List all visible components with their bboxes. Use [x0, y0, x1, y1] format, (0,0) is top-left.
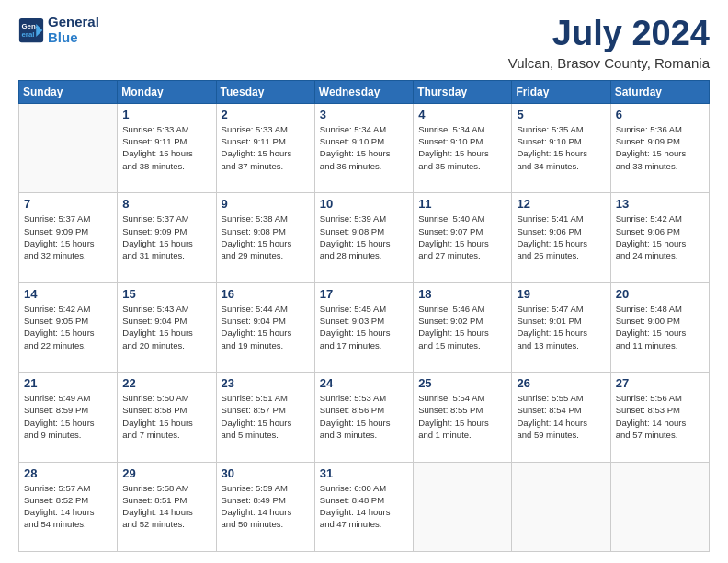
daylight-text-line1: Daylight: 15 hours: [122, 147, 210, 159]
daylight-text-line2: and 9 minutes.: [24, 429, 112, 441]
day-info: Sunrise: 5:58 AMSunset: 8:51 PMDaylight:…: [122, 482, 210, 531]
day-number: 3: [320, 108, 408, 121]
calendar-cell: 5Sunrise: 5:35 AMSunset: 9:10 PMDaylight…: [512, 103, 610, 192]
daylight-text-line1: Daylight: 15 hours: [222, 327, 310, 339]
sunrise-text: Sunrise: 5:41 AM: [517, 213, 605, 224]
sunrise-text: Sunrise: 5:33 AM: [122, 123, 210, 135]
daylight-text-line2: and 50 minutes.: [222, 518, 310, 530]
page: Gen- eral General Blue July 2024 Vulcan,…: [0, 0, 728, 563]
daylight-text-line1: Daylight: 15 hours: [24, 237, 112, 249]
sunrise-text: Sunrise: 5:56 AM: [616, 392, 704, 404]
calendar-cell: 31Sunrise: 6:00 AMSunset: 8:48 PMDayligh…: [314, 462, 413, 551]
day-info: Sunrise: 5:42 AMSunset: 9:06 PMDaylight:…: [616, 213, 704, 261]
daylight-text-line2: and 57 minutes.: [616, 429, 704, 441]
sunset-text: Sunset: 8:59 PM: [24, 404, 112, 416]
daylight-text-line2: and 3 minutes.: [320, 429, 408, 441]
calendar-cell: [512, 462, 610, 551]
calendar-cell: 18Sunrise: 5:46 AMSunset: 9:02 PMDayligh…: [414, 282, 512, 372]
daylight-text-line1: Daylight: 15 hours: [24, 417, 112, 429]
daylight-text-line1: Daylight: 15 hours: [122, 327, 210, 339]
day-number: 23: [222, 376, 310, 390]
sunset-text: Sunset: 9:11 PM: [122, 135, 210, 147]
daylight-text-line1: Daylight: 15 hours: [222, 147, 310, 159]
day-info: Sunrise: 5:37 AMSunset: 9:09 PMDaylight:…: [24, 213, 112, 261]
calendar-cell: 8Sunrise: 5:37 AMSunset: 9:09 PMDaylight…: [118, 193, 216, 282]
calendar-cell: 15Sunrise: 5:43 AMSunset: 9:04 PMDayligh…: [118, 282, 216, 372]
calendar-week-row: 21Sunrise: 5:49 AMSunset: 8:59 PMDayligh…: [19, 373, 710, 462]
calendar-week-row: 14Sunrise: 5:42 AMSunset: 9:05 PMDayligh…: [19, 282, 710, 372]
day-info: Sunrise: 5:54 AMSunset: 8:55 PMDaylight:…: [418, 392, 506, 441]
daylight-text-line2: and 38 minutes.: [122, 160, 210, 172]
day-number: 10: [320, 197, 408, 211]
calendar-cell: 24Sunrise: 5:53 AMSunset: 8:56 PMDayligh…: [314, 373, 413, 462]
day-info: Sunrise: 5:56 AMSunset: 8:53 PMDaylight:…: [616, 392, 704, 441]
day-info: Sunrise: 5:46 AMSunset: 9:02 PMDaylight:…: [418, 303, 506, 351]
location: Vulcan, Brasov County, Romania: [508, 55, 710, 71]
calendar-cell: 30Sunrise: 5:59 AMSunset: 8:49 PMDayligh…: [216, 462, 314, 551]
sunset-text: Sunset: 9:10 PM: [517, 135, 605, 147]
calendar-cell: 26Sunrise: 5:55 AMSunset: 8:54 PMDayligh…: [512, 373, 610, 462]
sunrise-text: Sunrise: 5:38 AM: [222, 213, 310, 224]
daylight-text-line1: Daylight: 14 hours: [320, 506, 408, 518]
calendar-cell: 7Sunrise: 5:37 AMSunset: 9:09 PMDaylight…: [19, 193, 118, 282]
daylight-text-line2: and 28 minutes.: [320, 249, 408, 261]
daylight-text-line2: and 24 minutes.: [616, 249, 704, 261]
sunset-text: Sunset: 9:06 PM: [517, 225, 605, 237]
sunrise-text: Sunrise: 5:42 AM: [616, 213, 704, 224]
day-info: Sunrise: 5:49 AMSunset: 8:59 PMDaylight:…: [24, 392, 112, 441]
day-info: Sunrise: 5:34 AMSunset: 9:10 PMDaylight:…: [418, 123, 506, 172]
calendar-cell: 11Sunrise: 5:40 AMSunset: 9:07 PMDayligh…: [414, 193, 512, 282]
daylight-text-line1: Daylight: 15 hours: [320, 327, 408, 339]
day-number: 28: [24, 466, 112, 480]
sunrise-text: Sunrise: 5:36 AM: [616, 123, 704, 135]
sunset-text: Sunset: 8:51 PM: [122, 494, 210, 506]
calendar-cell: 17Sunrise: 5:45 AMSunset: 9:03 PMDayligh…: [314, 282, 413, 372]
day-info: Sunrise: 5:48 AMSunset: 9:00 PMDaylight:…: [616, 303, 704, 351]
sunrise-text: Sunrise: 5:47 AM: [517, 303, 605, 315]
calendar-cell: 29Sunrise: 5:58 AMSunset: 8:51 PMDayligh…: [118, 462, 216, 551]
daylight-text-line2: and 47 minutes.: [320, 518, 408, 530]
daylight-text-line2: and 5 minutes.: [222, 429, 310, 441]
daylight-text-line1: Daylight: 15 hours: [122, 417, 210, 429]
daylight-text-line2: and 19 minutes.: [222, 339, 310, 351]
calendar-cell: 14Sunrise: 5:42 AMSunset: 9:05 PMDayligh…: [19, 282, 118, 372]
calendar-cell: [414, 462, 512, 551]
sunrise-text: Sunrise: 5:50 AM: [122, 392, 210, 404]
sunset-text: Sunset: 9:08 PM: [320, 225, 408, 237]
sunset-text: Sunset: 9:04 PM: [222, 315, 310, 327]
daylight-text-line2: and 25 minutes.: [517, 249, 605, 261]
daylight-text-line2: and 13 minutes.: [517, 339, 605, 351]
day-number: 31: [320, 466, 408, 480]
sunset-text: Sunset: 9:08 PM: [222, 225, 310, 237]
day-number: 27: [616, 376, 704, 390]
daylight-text-line1: Daylight: 15 hours: [320, 237, 408, 249]
weekday-header: Sunday: [19, 80, 118, 103]
day-number: 1: [122, 108, 210, 121]
day-info: Sunrise: 5:45 AMSunset: 9:03 PMDaylight:…: [320, 303, 408, 351]
daylight-text-line2: and 11 minutes.: [616, 339, 704, 351]
sunset-text: Sunset: 9:07 PM: [418, 225, 506, 237]
day-number: 16: [222, 287, 310, 301]
daylight-text-line1: Daylight: 15 hours: [616, 237, 704, 249]
calendar-header-row: SundayMondayTuesdayWednesdayThursdayFrid…: [19, 80, 710, 103]
sunset-text: Sunset: 9:04 PM: [122, 315, 210, 327]
day-info: Sunrise: 6:00 AMSunset: 8:48 PMDaylight:…: [320, 482, 408, 531]
day-info: Sunrise: 5:36 AMSunset: 9:09 PMDaylight:…: [616, 123, 704, 172]
day-number: 6: [616, 108, 704, 121]
daylight-text-line1: Daylight: 15 hours: [418, 147, 506, 159]
calendar-cell: 22Sunrise: 5:50 AMSunset: 8:58 PMDayligh…: [118, 373, 216, 462]
daylight-text-line2: and 59 minutes.: [517, 429, 605, 441]
daylight-text-line2: and 33 minutes.: [616, 160, 704, 172]
sunrise-text: Sunrise: 5:45 AM: [320, 303, 408, 315]
day-info: Sunrise: 5:35 AMSunset: 9:10 PMDaylight:…: [517, 123, 605, 172]
daylight-text-line2: and 31 minutes.: [122, 249, 210, 261]
daylight-text-line1: Daylight: 15 hours: [418, 327, 506, 339]
day-number: 25: [418, 376, 506, 390]
day-info: Sunrise: 5:43 AMSunset: 9:04 PMDaylight:…: [122, 303, 210, 351]
daylight-text-line1: Daylight: 15 hours: [122, 237, 210, 249]
calendar-cell: 19Sunrise: 5:47 AMSunset: 9:01 PMDayligh…: [512, 282, 610, 372]
sunset-text: Sunset: 9:03 PM: [320, 315, 408, 327]
daylight-text-line1: Daylight: 15 hours: [616, 147, 704, 159]
day-info: Sunrise: 5:37 AMSunset: 9:09 PMDaylight:…: [122, 213, 210, 261]
sunset-text: Sunset: 9:10 PM: [320, 135, 408, 147]
